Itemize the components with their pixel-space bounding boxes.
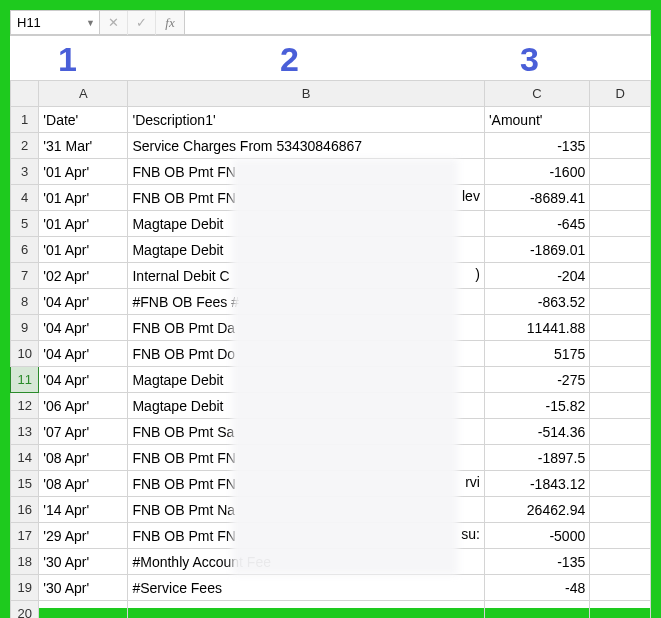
cell[interactable]: -5000 bbox=[484, 523, 589, 549]
cell[interactable] bbox=[590, 315, 651, 341]
confirm-icon[interactable]: ✓ bbox=[128, 11, 156, 35]
cancel-icon[interactable]: ✕ bbox=[100, 11, 128, 35]
cell[interactable]: '08 Apr' bbox=[39, 445, 128, 471]
row-header[interactable]: 14 bbox=[11, 445, 39, 471]
cell[interactable]: FNB OB Pmt FN bbox=[128, 159, 484, 185]
cell[interactable]: Internal Debit C) bbox=[128, 263, 484, 289]
cell[interactable]: '01 Apr' bbox=[39, 185, 128, 211]
row-header[interactable]: 12 bbox=[11, 393, 39, 419]
row-header[interactable]: 18 bbox=[11, 549, 39, 575]
cell[interactable]: 'Date' bbox=[39, 107, 128, 133]
cell[interactable]: '08 Apr' bbox=[39, 471, 128, 497]
cell[interactable] bbox=[590, 107, 651, 133]
cell[interactable] bbox=[590, 341, 651, 367]
cell[interactable] bbox=[590, 237, 651, 263]
cell[interactable]: -275 bbox=[484, 367, 589, 393]
row-header[interactable]: 20 bbox=[11, 601, 39, 619]
row-header[interactable]: 8 bbox=[11, 289, 39, 315]
row-header[interactable]: 2 bbox=[11, 133, 39, 159]
cell[interactable]: -8689.41 bbox=[484, 185, 589, 211]
cell[interactable]: '04 Apr' bbox=[39, 315, 128, 341]
cell[interactable]: FNB OB Pmt Na bbox=[128, 497, 484, 523]
cell[interactable]: Magtape Debit bbox=[128, 211, 484, 237]
cell[interactable] bbox=[590, 367, 651, 393]
cell[interactable]: -1600 bbox=[484, 159, 589, 185]
cell[interactable] bbox=[590, 289, 651, 315]
cell[interactable] bbox=[590, 523, 651, 549]
cell[interactable]: '07 Apr' bbox=[39, 419, 128, 445]
col-header-B[interactable]: B bbox=[128, 81, 484, 107]
row-header[interactable]: 10 bbox=[11, 341, 39, 367]
col-header-C[interactable]: C bbox=[484, 81, 589, 107]
cell[interactable]: -135 bbox=[484, 133, 589, 159]
row-header[interactable]: 4 bbox=[11, 185, 39, 211]
cell[interactable]: -1843.12 bbox=[484, 471, 589, 497]
cell[interactable]: FNB OB Pmt FNrvi bbox=[128, 471, 484, 497]
cell[interactable]: '29 Apr' bbox=[39, 523, 128, 549]
formula-input[interactable] bbox=[185, 10, 651, 35]
cell[interactable]: -204 bbox=[484, 263, 589, 289]
row-header[interactable]: 5 bbox=[11, 211, 39, 237]
cell[interactable] bbox=[590, 419, 651, 445]
cell[interactable]: 11441.88 bbox=[484, 315, 589, 341]
cell[interactable] bbox=[590, 211, 651, 237]
cell[interactable]: Magtape Debit bbox=[128, 393, 484, 419]
row-header[interactable]: 1 bbox=[11, 107, 39, 133]
cell[interactable]: Magtape Debit bbox=[128, 237, 484, 263]
cell[interactable]: '04 Apr' bbox=[39, 341, 128, 367]
cell[interactable]: FNB OB Pmt FNlev bbox=[128, 185, 484, 211]
cell[interactable]: -645 bbox=[484, 211, 589, 237]
cell[interactable]: #Monthly Account Fee bbox=[128, 549, 484, 575]
row-header[interactable]: 6 bbox=[11, 237, 39, 263]
row-header[interactable]: 17 bbox=[11, 523, 39, 549]
cell[interactable]: -48 bbox=[484, 575, 589, 601]
name-box-dropdown-icon[interactable]: ▼ bbox=[86, 18, 95, 28]
cell[interactable] bbox=[590, 133, 651, 159]
cell[interactable]: -1897.5 bbox=[484, 445, 589, 471]
row-header[interactable]: 9 bbox=[11, 315, 39, 341]
cell[interactable]: FNB OB Pmt FNsu: bbox=[128, 523, 484, 549]
fx-icon[interactable]: fx bbox=[156, 11, 184, 35]
cell[interactable]: '14 Apr' bbox=[39, 497, 128, 523]
cell[interactable]: '01 Apr' bbox=[39, 159, 128, 185]
cell[interactable] bbox=[128, 601, 484, 619]
cell[interactable] bbox=[590, 393, 651, 419]
cell[interactable]: FNB OB Pmt FN bbox=[128, 445, 484, 471]
cell[interactable]: Service Charges From 53430846867 bbox=[128, 133, 484, 159]
cell[interactable]: -135 bbox=[484, 549, 589, 575]
cell[interactable] bbox=[590, 263, 651, 289]
cell[interactable]: 5175 bbox=[484, 341, 589, 367]
row-header[interactable]: 19 bbox=[11, 575, 39, 601]
row-header[interactable]: 7 bbox=[11, 263, 39, 289]
cell[interactable] bbox=[590, 549, 651, 575]
cell[interactable]: #FNB OB Fees # bbox=[128, 289, 484, 315]
cell[interactable]: Magtape Debit bbox=[128, 367, 484, 393]
row-header[interactable]: 13 bbox=[11, 419, 39, 445]
cell[interactable]: -15.82 bbox=[484, 393, 589, 419]
cell[interactable] bbox=[590, 445, 651, 471]
cell[interactable]: 'Amount' bbox=[484, 107, 589, 133]
name-box[interactable]: H11 ▼ bbox=[10, 10, 100, 35]
cell[interactable]: '30 Apr' bbox=[39, 575, 128, 601]
cell[interactable]: 'Description1' bbox=[128, 107, 484, 133]
cell[interactable]: #Service Fees bbox=[128, 575, 484, 601]
cell[interactable]: 26462.94 bbox=[484, 497, 589, 523]
cell[interactable]: '04 Apr' bbox=[39, 289, 128, 315]
row-header[interactable]: 16 bbox=[11, 497, 39, 523]
cell[interactable] bbox=[39, 601, 128, 619]
row-header[interactable]: 3 bbox=[11, 159, 39, 185]
cell[interactable]: FNB OB Pmt Da bbox=[128, 315, 484, 341]
cell[interactable] bbox=[590, 471, 651, 497]
spreadsheet-grid[interactable]: A B C D 1'Date''Description1''Amount'2'3… bbox=[10, 80, 651, 618]
cell[interactable] bbox=[590, 575, 651, 601]
col-header-D[interactable]: D bbox=[590, 81, 651, 107]
cell[interactable]: '06 Apr' bbox=[39, 393, 128, 419]
cell[interactable]: -514.36 bbox=[484, 419, 589, 445]
cell[interactable]: '31 Mar' bbox=[39, 133, 128, 159]
select-all-corner[interactable] bbox=[11, 81, 39, 107]
cell[interactable] bbox=[590, 601, 651, 619]
cell[interactable]: '02 Apr' bbox=[39, 263, 128, 289]
cell[interactable] bbox=[590, 497, 651, 523]
cell[interactable]: '30 Apr' bbox=[39, 549, 128, 575]
cell[interactable]: '01 Apr' bbox=[39, 237, 128, 263]
